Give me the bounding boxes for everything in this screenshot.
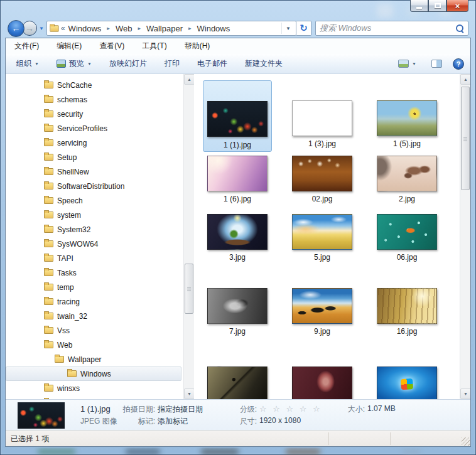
tree-item-temp[interactable]: temp [6,280,194,294]
folder-icon [44,197,53,204]
file-partial-windows-wallpaper[interactable] [372,367,441,399]
folder-icon [44,298,53,305]
search-input[interactable]: 搜索 Windows [315,21,468,36]
scroll-up-icon[interactable]: ▲ [460,74,470,85]
tree-item-web[interactable]: Web [6,338,194,352]
rating-stars[interactable]: ☆ ☆ ☆ ☆ ☆ [259,404,322,415]
windows-flag-icon [401,378,413,390]
minimize-icon [416,7,422,9]
search-icon[interactable] [455,24,464,33]
resize-grip[interactable] [462,437,470,446]
selected-file-type: JPEG 图像 [80,416,117,427]
tree-item-windows-selected[interactable]: Windows [6,367,181,381]
file-02-jpg[interactable]: 02.jpg [288,156,357,203]
file-3-jpg[interactable]: 3.jpg [203,214,272,262]
email-button[interactable]: 电子邮件 [193,55,232,72]
menu-tools[interactable]: 工具(T) [139,38,173,54]
thumbnail-flower [377,100,437,136]
breadcrumb-item-windows-2[interactable]: Windows [196,24,232,33]
tree-item-security[interactable]: security [6,107,194,121]
menu-edit[interactable]: 编辑(E) [54,38,88,54]
help-button[interactable]: ? [453,58,464,70]
file-1-3-jpg[interactable]: 1 (3).jpg [288,100,357,148]
file-1-5-jpg[interactable]: 1 (5).jpg [372,100,441,148]
maximize-button[interactable] [428,0,446,12]
tree-item-system[interactable]: system [6,208,194,222]
tree-item-speech[interactable]: Speech [6,193,194,208]
file-partial-clock[interactable] [203,367,272,399]
file-7-jpg[interactable]: 7.jpg [203,288,272,336]
file-5-jpg[interactable]: 5.jpg [288,214,357,262]
scroll-down-icon[interactable]: ▼ [460,388,470,399]
breadcrumb-overflow-chevron[interactable]: « [59,24,67,33]
tree-item-tracing[interactable]: tracing [6,294,194,309]
content-scrollbar[interactable]: ▲ ▼ [460,74,470,399]
shot-date-value[interactable]: 指定拍摄日期 [158,404,203,415]
menu-help[interactable]: 帮助(H) [182,38,217,54]
file-1-6-jpg[interactable]: 1 (6).jpg [203,156,272,203]
tags-value[interactable]: 添加标记 [158,416,188,427]
folder-icon [44,168,53,175]
recent-pages-dropdown-icon[interactable]: ▼ [39,26,44,31]
menu-bar: 文件(F) 编辑(E) 查看(V) 工具(T) 帮助(H) [6,38,470,54]
breadcrumb[interactable]: « Windows ▸ Web ▸ Wallpaper ▸ Windows ▼ [46,21,296,36]
tree-item-serviceprofiles[interactable]: ServiceProfiles [6,121,194,136]
breadcrumb-item-wallpaper[interactable]: Wallpaper [145,24,184,33]
print-button[interactable]: 打印 [160,55,184,72]
change-view-button[interactable]: ▼ [394,56,421,71]
tree-item-schcache[interactable]: SchCache [6,78,194,92]
tree-item-setup[interactable]: Setup [6,150,194,164]
tree-item-winsxs[interactable]: winsxs [6,381,194,395]
menu-file[interactable]: 文件(F) [12,38,45,54]
menu-view[interactable]: 查看(V) [97,38,131,54]
organize-button[interactable]: 组织▼ [12,55,43,72]
tree-item-system32[interactable]: System32 [6,222,194,237]
close-button[interactable]: × [446,0,468,12]
file-9-jpg[interactable]: 9.jpg [288,288,357,336]
address-dropdown-icon[interactable]: ▼ [281,23,295,34]
size-label: 大小: [343,404,365,415]
tree-item-schemas[interactable]: schemas [6,92,194,107]
thumbnail-red-portrait [292,367,352,399]
file-06-jpg[interactable]: 06.jpg [372,214,441,262]
file-2-jpg[interactable]: 2.jpg [372,156,441,203]
thumbnail-bokeh-lights [207,101,268,137]
refresh-button[interactable]: ↻ [296,21,311,36]
preview-button[interactable]: 预览▼ [52,55,96,72]
file-1-1-jpg-selected[interactable]: 1 (1).jpg [203,80,272,152]
thumbnail-wheat [377,288,437,324]
preview-pane-button[interactable] [427,56,446,71]
folder-icon [44,125,53,132]
folder-icon [44,341,53,348]
breadcrumb-item-web[interactable]: Web [114,24,134,33]
tree-item-tapi[interactable]: TAPI [6,251,194,265]
thumbnail-windows-logo [377,367,437,399]
tree-item-vss[interactable]: Vss [6,323,194,338]
tree-item-softwaredistribution[interactable]: SoftwareDistribution [6,179,194,193]
preview-icon [57,60,66,68]
minimize-button[interactable] [410,0,428,12]
tree-item-syswow64[interactable]: SysWOW64 [6,237,194,251]
file-partial-portrait[interactable] [288,367,357,399]
tree-scrollbar-thumb[interactable] [185,264,193,314]
scroll-down-icon[interactable]: ▼ [184,388,194,399]
tree-item-shellnew[interactable]: ShellNew [6,164,194,179]
tree-item-servicing[interactable]: servicing [6,136,194,150]
new-folder-button[interactable]: 新建文件夹 [241,55,287,72]
command-bar: 组织▼ 预览▼ 放映幻灯片 打印 电子邮件 新建文件夹 ▼ ? [6,54,470,74]
scroll-up-icon[interactable]: ▲ [184,74,194,85]
folder-icon [44,139,53,146]
content-scrollbar-thumb[interactable] [461,87,470,190]
tree-item-tasks[interactable]: Tasks [6,265,194,280]
folder-icon [44,240,53,247]
folder-icon [44,327,53,334]
breadcrumb-item-windows[interactable]: Windows [67,24,103,33]
explorer-window: × ← → ▼ « Windows ▸ Web ▸ Wallpaper ▸ Wi… [0,0,476,455]
tree-item-twain-32[interactable]: twain_32 [6,309,194,323]
file-16-jpg[interactable]: 16.jpg [372,288,441,336]
tree-item-wallpaper[interactable]: Wallpaper [6,352,194,367]
back-button[interactable]: ← [8,20,24,37]
slideshow-button[interactable]: 放映幻灯片 [105,55,151,72]
thumbnail-beach [292,100,352,136]
tree-scrollbar[interactable]: ▲ ▼ [183,74,194,399]
